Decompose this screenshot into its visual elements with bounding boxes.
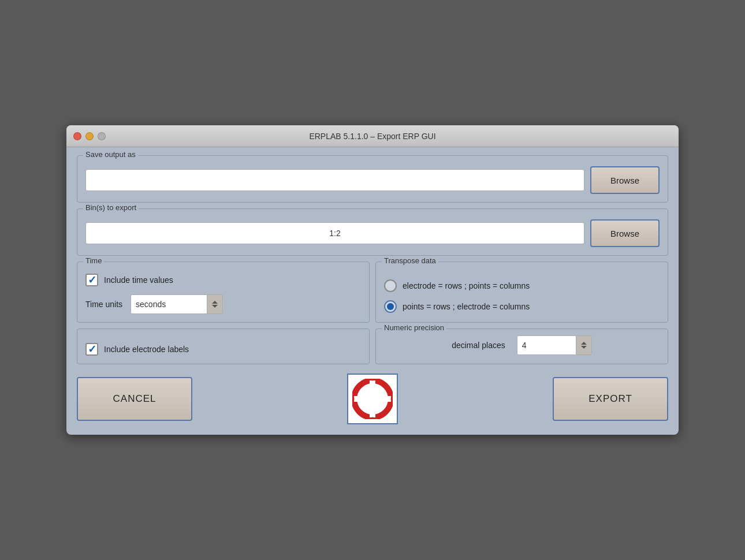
minimize-button[interactable] bbox=[85, 132, 94, 140]
decimal-label: decimal places bbox=[452, 341, 505, 350]
include-electrode-checkbox[interactable] bbox=[85, 343, 98, 356]
erplab-logo-svg bbox=[352, 379, 393, 419]
transpose-section: Transpose data electrode = rows ; points… bbox=[375, 262, 668, 323]
time-units-select-wrapper: seconds milliseconds bbox=[131, 294, 223, 314]
bins-export-browse-button[interactable]: Browse bbox=[590, 219, 660, 247]
include-electrode-row: Include electrode labels bbox=[85, 343, 189, 356]
bottom-row: Include electrode labels Numeric precisi… bbox=[77, 328, 668, 364]
close-button[interactable] bbox=[73, 132, 81, 140]
numeric-section: Numeric precision decimal places bbox=[375, 328, 668, 364]
time-units-select[interactable]: seconds milliseconds bbox=[131, 294, 223, 314]
transpose-option1-radio[interactable] bbox=[384, 279, 397, 292]
save-output-input[interactable] bbox=[85, 169, 584, 191]
save-output-row: Browse bbox=[85, 166, 660, 194]
save-output-browse-button[interactable]: Browse bbox=[590, 166, 660, 194]
middle-row: Time Include time values Time units seco… bbox=[77, 262, 668, 323]
bins-export-legend: Bin(s) to export bbox=[83, 203, 139, 212]
main-window: ERPLAB 5.1.1.0 – Export ERP GUI Save out… bbox=[66, 125, 679, 435]
titlebar: ERPLAB 5.1.1.0 – Export ERP GUI bbox=[66, 125, 679, 147]
transpose-option2-label: points = rows ; electrode = columns bbox=[403, 302, 530, 311]
transpose-option1-label: electrode = rows ; points = columns bbox=[403, 281, 530, 290]
include-electrode-label: Include electrode labels bbox=[104, 345, 189, 354]
decimal-spinner[interactable] bbox=[517, 335, 592, 355]
transpose-option2-radio[interactable] bbox=[384, 300, 397, 313]
include-time-checkbox[interactable] bbox=[85, 274, 98, 286]
time-section: Time Include time values Time units seco… bbox=[77, 262, 370, 323]
electrode-section: Include electrode labels bbox=[77, 328, 370, 364]
include-time-label: Include time values bbox=[104, 275, 173, 285]
time-legend: Time bbox=[83, 256, 104, 265]
transpose-option2-row: points = rows ; electrode = columns bbox=[384, 300, 660, 313]
numeric-legend: Numeric precision bbox=[382, 323, 446, 332]
svg-point-9 bbox=[357, 384, 360, 387]
maximize-button[interactable] bbox=[98, 132, 106, 140]
traffic-lights bbox=[73, 132, 106, 140]
save-output-legend: Save output as bbox=[83, 150, 138, 159]
svg-point-5 bbox=[385, 412, 388, 415]
transpose-legend: Transpose data bbox=[382, 256, 438, 265]
footer-row: CANCEL bbox=[77, 370, 668, 424]
bins-export-section: Bin(s) to export Browse bbox=[77, 208, 668, 256]
time-units-row: Time units seconds milliseconds bbox=[85, 294, 361, 314]
decimal-spinner-wrapper bbox=[517, 335, 592, 355]
time-units-label: Time units bbox=[85, 300, 122, 309]
save-output-section: Save output as Browse bbox=[77, 155, 668, 203]
erplab-logo bbox=[347, 374, 398, 424]
window-title: ERPLAB 5.1.1.0 – Export ERP GUI bbox=[309, 132, 435, 141]
include-time-row: Include time values bbox=[85, 274, 361, 286]
bins-export-row: Browse bbox=[85, 219, 660, 247]
svg-point-1 bbox=[360, 386, 385, 412]
cancel-button[interactable]: CANCEL bbox=[77, 377, 192, 421]
transpose-option1-row: electrode = rows ; points = columns bbox=[384, 279, 660, 292]
svg-point-7 bbox=[357, 412, 360, 415]
svg-point-3 bbox=[385, 384, 388, 387]
window-body: Save output as Browse Bin(s) to export B… bbox=[66, 147, 679, 435]
export-button[interactable]: EXPORT bbox=[553, 377, 668, 421]
bins-export-input[interactable] bbox=[85, 222, 584, 244]
